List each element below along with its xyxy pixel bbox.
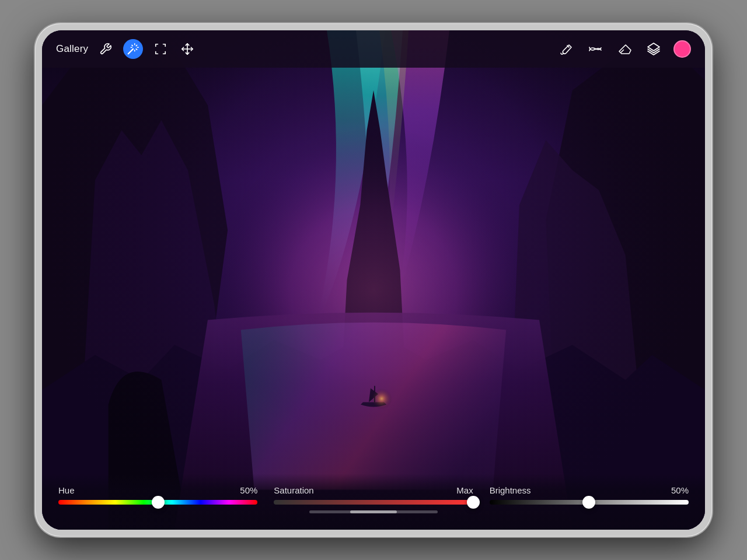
screen: Gallery [42,30,705,530]
sliders-row: Hue 50% Saturation Max [58,485,689,505]
smudge-icon[interactable] [586,40,605,58]
brush-icon[interactable] [557,40,575,58]
brightness-slider-group: Brightness 50% [490,485,689,505]
hue-slider-header: Hue 50% [58,485,257,495]
bottom-controls: Hue 50% Saturation Max [42,474,705,530]
hue-value: 50% [240,485,257,495]
brightness-slider-track[interactable] [490,500,689,505]
brightness-value: 50% [671,485,689,495]
artwork-canvas [42,30,705,530]
top-bar-right [557,40,691,58]
saturation-label: Saturation [274,485,313,495]
selection-icon[interactable] [151,40,170,58]
saturation-slider-header: Saturation Max [274,485,473,495]
scroll-indicator [58,510,689,513]
saturation-slider-track[interactable] [274,500,473,505]
top-bar-left: Gallery [56,39,197,59]
brightness-slider-header: Brightness 50% [490,485,689,495]
sat-track-fill [274,500,473,505]
device-frame: Gallery [35,23,712,537]
transform-icon[interactable] [178,40,197,58]
layers-icon[interactable] [644,40,663,58]
hue-label: Hue [58,485,75,495]
saturation-thumb[interactable] [467,496,480,509]
scroll-bar [309,510,438,513]
brightness-label: Brightness [490,485,531,495]
eraser-icon[interactable] [615,40,634,58]
hue-slider-track[interactable] [58,500,257,505]
saturation-value: Max [456,485,473,495]
magic-wand-icon[interactable] [123,39,143,59]
top-bar: Gallery [42,30,705,68]
color-swatch[interactable] [673,40,691,58]
hue-slider-group: Hue 50% [58,485,257,505]
wrench-icon[interactable] [96,40,115,58]
gallery-button[interactable]: Gallery [56,43,88,55]
hue-thumb[interactable] [152,496,165,509]
scroll-thumb [350,510,397,513]
saturation-slider-group: Saturation Max [274,485,473,505]
brightness-thumb[interactable] [582,496,595,509]
